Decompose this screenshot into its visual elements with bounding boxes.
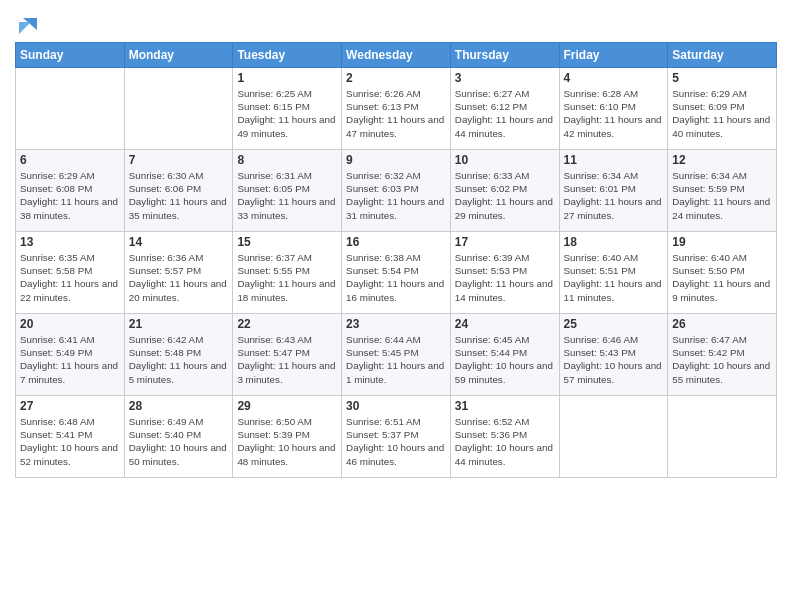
day-number: 30 <box>346 399 446 413</box>
day-info: Sunrise: 6:35 AM Sunset: 5:58 PM Dayligh… <box>20 251 120 304</box>
calendar-cell: 23Sunrise: 6:44 AM Sunset: 5:45 PM Dayli… <box>342 314 451 396</box>
calendar-cell: 19Sunrise: 6:40 AM Sunset: 5:50 PM Dayli… <box>668 232 777 314</box>
weekday-header: Saturday <box>668 43 777 68</box>
calendar-cell: 8Sunrise: 6:31 AM Sunset: 6:05 PM Daylig… <box>233 150 342 232</box>
day-number: 2 <box>346 71 446 85</box>
day-info: Sunrise: 6:49 AM Sunset: 5:40 PM Dayligh… <box>129 415 229 468</box>
day-info: Sunrise: 6:45 AM Sunset: 5:44 PM Dayligh… <box>455 333 555 386</box>
day-info: Sunrise: 6:31 AM Sunset: 6:05 PM Dayligh… <box>237 169 337 222</box>
day-number: 22 <box>237 317 337 331</box>
calendar-cell: 14Sunrise: 6:36 AM Sunset: 5:57 PM Dayli… <box>124 232 233 314</box>
day-info: Sunrise: 6:29 AM Sunset: 6:09 PM Dayligh… <box>672 87 772 140</box>
calendar-cell: 18Sunrise: 6:40 AM Sunset: 5:51 PM Dayli… <box>559 232 668 314</box>
calendar-cell <box>668 396 777 478</box>
calendar-cell: 16Sunrise: 6:38 AM Sunset: 5:54 PM Dayli… <box>342 232 451 314</box>
day-info: Sunrise: 6:40 AM Sunset: 5:50 PM Dayligh… <box>672 251 772 304</box>
calendar-table: SundayMondayTuesdayWednesdayThursdayFrid… <box>15 42 777 478</box>
day-number: 21 <box>129 317 229 331</box>
day-number: 16 <box>346 235 446 249</box>
day-number: 25 <box>564 317 664 331</box>
day-info: Sunrise: 6:48 AM Sunset: 5:41 PM Dayligh… <box>20 415 120 468</box>
calendar-cell: 28Sunrise: 6:49 AM Sunset: 5:40 PM Dayli… <box>124 396 233 478</box>
calendar-cell <box>16 68 125 150</box>
day-info: Sunrise: 6:46 AM Sunset: 5:43 PM Dayligh… <box>564 333 664 386</box>
day-number: 19 <box>672 235 772 249</box>
day-number: 31 <box>455 399 555 413</box>
day-number: 14 <box>129 235 229 249</box>
day-info: Sunrise: 6:28 AM Sunset: 6:10 PM Dayligh… <box>564 87 664 140</box>
day-number: 7 <box>129 153 229 167</box>
day-info: Sunrise: 6:51 AM Sunset: 5:37 PM Dayligh… <box>346 415 446 468</box>
weekday-header: Thursday <box>450 43 559 68</box>
calendar-cell: 7Sunrise: 6:30 AM Sunset: 6:06 PM Daylig… <box>124 150 233 232</box>
calendar-week-row: 6Sunrise: 6:29 AM Sunset: 6:08 PM Daylig… <box>16 150 777 232</box>
calendar-cell: 27Sunrise: 6:48 AM Sunset: 5:41 PM Dayli… <box>16 396 125 478</box>
calendar-week-row: 13Sunrise: 6:35 AM Sunset: 5:58 PM Dayli… <box>16 232 777 314</box>
logo-icon <box>17 14 39 36</box>
day-info: Sunrise: 6:32 AM Sunset: 6:03 PM Dayligh… <box>346 169 446 222</box>
day-info: Sunrise: 6:26 AM Sunset: 6:13 PM Dayligh… <box>346 87 446 140</box>
day-info: Sunrise: 6:38 AM Sunset: 5:54 PM Dayligh… <box>346 251 446 304</box>
calendar-header-row: SundayMondayTuesdayWednesdayThursdayFrid… <box>16 43 777 68</box>
calendar-cell <box>124 68 233 150</box>
day-info: Sunrise: 6:34 AM Sunset: 5:59 PM Dayligh… <box>672 169 772 222</box>
day-number: 18 <box>564 235 664 249</box>
day-number: 13 <box>20 235 120 249</box>
day-info: Sunrise: 6:40 AM Sunset: 5:51 PM Dayligh… <box>564 251 664 304</box>
day-number: 12 <box>672 153 772 167</box>
day-info: Sunrise: 6:36 AM Sunset: 5:57 PM Dayligh… <box>129 251 229 304</box>
calendar-cell: 21Sunrise: 6:42 AM Sunset: 5:48 PM Dayli… <box>124 314 233 396</box>
calendar-cell: 10Sunrise: 6:33 AM Sunset: 6:02 PM Dayli… <box>450 150 559 232</box>
calendar-cell: 30Sunrise: 6:51 AM Sunset: 5:37 PM Dayli… <box>342 396 451 478</box>
day-number: 3 <box>455 71 555 85</box>
day-number: 5 <box>672 71 772 85</box>
weekday-header: Tuesday <box>233 43 342 68</box>
day-info: Sunrise: 6:27 AM Sunset: 6:12 PM Dayligh… <box>455 87 555 140</box>
calendar-cell: 6Sunrise: 6:29 AM Sunset: 6:08 PM Daylig… <box>16 150 125 232</box>
calendar-cell: 5Sunrise: 6:29 AM Sunset: 6:09 PM Daylig… <box>668 68 777 150</box>
day-number: 4 <box>564 71 664 85</box>
day-info: Sunrise: 6:41 AM Sunset: 5:49 PM Dayligh… <box>20 333 120 386</box>
calendar-cell: 15Sunrise: 6:37 AM Sunset: 5:55 PM Dayli… <box>233 232 342 314</box>
day-info: Sunrise: 6:29 AM Sunset: 6:08 PM Dayligh… <box>20 169 120 222</box>
calendar-week-row: 20Sunrise: 6:41 AM Sunset: 5:49 PM Dayli… <box>16 314 777 396</box>
day-info: Sunrise: 6:52 AM Sunset: 5:36 PM Dayligh… <box>455 415 555 468</box>
day-number: 24 <box>455 317 555 331</box>
calendar-cell: 2Sunrise: 6:26 AM Sunset: 6:13 PM Daylig… <box>342 68 451 150</box>
calendar-cell: 1Sunrise: 6:25 AM Sunset: 6:15 PM Daylig… <box>233 68 342 150</box>
day-number: 17 <box>455 235 555 249</box>
calendar-cell: 4Sunrise: 6:28 AM Sunset: 6:10 PM Daylig… <box>559 68 668 150</box>
calendar-cell: 20Sunrise: 6:41 AM Sunset: 5:49 PM Dayli… <box>16 314 125 396</box>
day-info: Sunrise: 6:37 AM Sunset: 5:55 PM Dayligh… <box>237 251 337 304</box>
calendar-week-row: 27Sunrise: 6:48 AM Sunset: 5:41 PM Dayli… <box>16 396 777 478</box>
day-info: Sunrise: 6:39 AM Sunset: 5:53 PM Dayligh… <box>455 251 555 304</box>
calendar-cell: 29Sunrise: 6:50 AM Sunset: 5:39 PM Dayli… <box>233 396 342 478</box>
day-number: 28 <box>129 399 229 413</box>
calendar-cell: 31Sunrise: 6:52 AM Sunset: 5:36 PM Dayli… <box>450 396 559 478</box>
day-number: 8 <box>237 153 337 167</box>
day-info: Sunrise: 6:34 AM Sunset: 6:01 PM Dayligh… <box>564 169 664 222</box>
weekday-header: Friday <box>559 43 668 68</box>
weekday-header: Sunday <box>16 43 125 68</box>
calendar-cell: 13Sunrise: 6:35 AM Sunset: 5:58 PM Dayli… <box>16 232 125 314</box>
day-number: 23 <box>346 317 446 331</box>
page: SundayMondayTuesdayWednesdayThursdayFrid… <box>0 0 792 612</box>
day-number: 1 <box>237 71 337 85</box>
day-number: 27 <box>20 399 120 413</box>
calendar-week-row: 1Sunrise: 6:25 AM Sunset: 6:15 PM Daylig… <box>16 68 777 150</box>
day-info: Sunrise: 6:33 AM Sunset: 6:02 PM Dayligh… <box>455 169 555 222</box>
day-number: 9 <box>346 153 446 167</box>
calendar-cell: 17Sunrise: 6:39 AM Sunset: 5:53 PM Dayli… <box>450 232 559 314</box>
day-info: Sunrise: 6:47 AM Sunset: 5:42 PM Dayligh… <box>672 333 772 386</box>
day-info: Sunrise: 6:30 AM Sunset: 6:06 PM Dayligh… <box>129 169 229 222</box>
day-number: 26 <box>672 317 772 331</box>
calendar-cell: 24Sunrise: 6:45 AM Sunset: 5:44 PM Dayli… <box>450 314 559 396</box>
calendar-cell: 3Sunrise: 6:27 AM Sunset: 6:12 PM Daylig… <box>450 68 559 150</box>
day-info: Sunrise: 6:44 AM Sunset: 5:45 PM Dayligh… <box>346 333 446 386</box>
day-info: Sunrise: 6:43 AM Sunset: 5:47 PM Dayligh… <box>237 333 337 386</box>
calendar-cell: 11Sunrise: 6:34 AM Sunset: 6:01 PM Dayli… <box>559 150 668 232</box>
logo <box>15 14 39 36</box>
day-number: 20 <box>20 317 120 331</box>
day-info: Sunrise: 6:25 AM Sunset: 6:15 PM Dayligh… <box>237 87 337 140</box>
day-number: 6 <box>20 153 120 167</box>
